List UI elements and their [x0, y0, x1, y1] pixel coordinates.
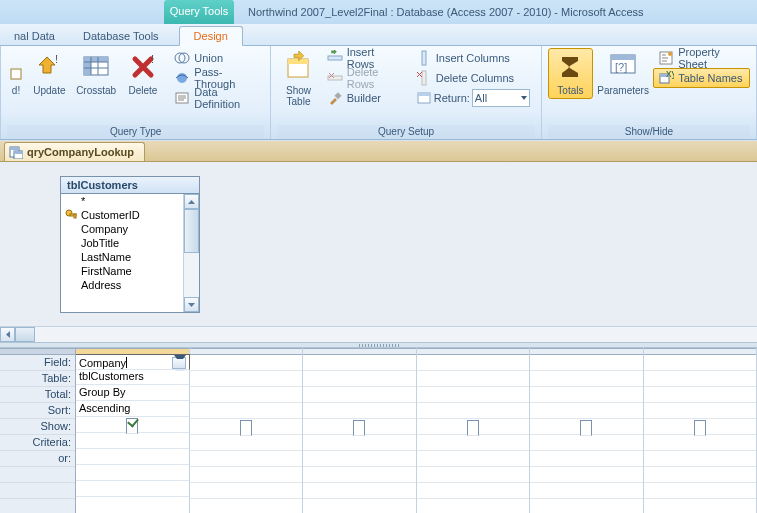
show-cell[interactable] [530, 419, 643, 435]
scroll-thumb[interactable] [184, 209, 199, 253]
property-sheet-button[interactable]: Property Sheet [653, 48, 750, 68]
crosstab-icon [80, 51, 112, 83]
design-h-scroll[interactable] [0, 326, 757, 342]
datadef-button[interactable]: Data Definition [169, 88, 264, 108]
grid-column[interactable] [303, 348, 417, 513]
delete-rows-button: Delete Rows [322, 68, 403, 88]
sigma-icon [554, 51, 586, 83]
grid-column[interactable] [417, 348, 531, 513]
svg-rect-29 [418, 93, 430, 96]
doctab-qrycompanylookup[interactable]: qryCompanyLookup [4, 142, 145, 161]
query-design-pane[interactable]: tblCustomers * CustomerID Company JobTit… [0, 162, 757, 342]
insert-rows-button[interactable]: Insert Rows [322, 48, 403, 68]
delete-cols-button[interactable]: Delete Columns [411, 68, 535, 88]
chevron-down-icon [521, 96, 527, 100]
contextual-tab-header: Query Tools [164, 0, 234, 24]
svg-rect-31 [611, 55, 635, 60]
group-query-type: d! ! Update Crosstab ! Delete Union Pass… [1, 46, 271, 139]
show-cell[interactable] [644, 419, 757, 435]
field-list-scrollbar[interactable] [183, 194, 199, 312]
grid-column[interactable] [644, 348, 758, 513]
show-checkbox[interactable] [126, 418, 138, 434]
grid-column[interactable] [530, 348, 644, 513]
label-criteria: Criteria: [0, 435, 75, 451]
tab-external-data[interactable]: nal Data [0, 27, 69, 45]
label-show: Show: [0, 419, 75, 435]
show-cell[interactable] [417, 419, 530, 435]
show-cell[interactable] [76, 417, 189, 433]
show-cell[interactable] [303, 419, 416, 435]
parameters-button[interactable]: [?] Parameters [595, 48, 651, 99]
show-table-button[interactable]: Show Table [277, 48, 319, 110]
parameters-icon: [?] [607, 51, 639, 83]
label-field: Field: [0, 355, 75, 371]
show-checkbox[interactable] [353, 420, 365, 436]
group-show-hide: Totals [?] Parameters Property Sheet xyz… [542, 46, 757, 139]
show-checkbox[interactable] [240, 420, 252, 436]
delete-button[interactable]: ! Delete [121, 48, 166, 99]
column-selector[interactable] [190, 348, 303, 355]
field-row[interactable]: * [61, 194, 199, 208]
show-checkbox[interactable] [467, 420, 479, 436]
title-bar: Query Tools Northwind 2007_Level2Final :… [0, 0, 757, 24]
grid-column-1[interactable]: Company tblCustomers Group By Ascending [76, 348, 190, 513]
grid-column[interactable] [190, 348, 304, 513]
passthrough-icon [174, 70, 190, 86]
field-list[interactable]: * CustomerID Company JobTitle LastName F… [61, 194, 199, 312]
tab-database-tools[interactable]: Database Tools [69, 27, 173, 45]
table-cell[interactable]: tblCustomers [76, 369, 189, 385]
or-cell[interactable] [76, 449, 189, 465]
field-row[interactable]: LastName [61, 250, 199, 264]
total-cell[interactable]: Group By [76, 385, 189, 401]
table-names-button[interactable]: xyzTable Names [653, 68, 750, 88]
table-title[interactable]: tblCustomers [61, 177, 199, 194]
union-icon [174, 50, 190, 66]
column-selector[interactable] [303, 348, 416, 355]
field-row[interactable]: Company [61, 222, 199, 236]
ribbon: d! ! Update Crosstab ! Delete Union Pass… [0, 46, 757, 140]
field-dropdown-button[interactable] [172, 357, 186, 369]
svg-rect-41 [14, 151, 23, 154]
delete-rows-icon [327, 70, 343, 86]
scroll-h-thumb[interactable] [15, 327, 35, 342]
delete-cols-icon [416, 70, 432, 86]
partial-button[interactable]: d! [7, 48, 25, 99]
show-cell[interactable] [190, 419, 303, 435]
scroll-down-button[interactable] [184, 297, 199, 312]
totals-button[interactable]: Totals [548, 48, 593, 99]
show-table-icon [282, 51, 314, 83]
table-window-tblcustomers[interactable]: tblCustomers * CustomerID Company JobTit… [60, 176, 200, 313]
union-button[interactable]: Union [169, 48, 264, 68]
label-table: Table: [0, 371, 75, 387]
show-checkbox[interactable] [694, 420, 706, 436]
window-title: Northwind 2007_Level2Final : Database (A… [248, 6, 644, 18]
return-control[interactable]: Return: All [411, 88, 535, 108]
svg-point-34 [668, 52, 672, 56]
criteria-cell[interactable] [76, 433, 189, 449]
field-cell[interactable]: Company [76, 354, 190, 370]
column-selector[interactable] [530, 348, 643, 355]
column-selector[interactable] [417, 348, 530, 355]
builder-icon [327, 90, 343, 106]
column-selector[interactable] [644, 348, 757, 355]
crosstab-button[interactable]: Crosstab [74, 48, 119, 99]
document-tabs: qryCompanyLookup [0, 140, 757, 162]
scroll-up-button[interactable] [184, 194, 199, 209]
passthrough-button[interactable]: Pass-Through [169, 68, 264, 88]
update-button[interactable]: ! Update [27, 48, 72, 99]
sort-cell[interactable]: Ascending [76, 401, 189, 417]
return-combo[interactable]: All [472, 89, 530, 107]
builder-button[interactable]: Builder [322, 88, 403, 108]
svg-text:[?]: [?] [615, 61, 627, 73]
field-row[interactable]: CustomerID [61, 208, 199, 222]
field-row[interactable]: Address [61, 278, 199, 292]
show-checkbox[interactable] [580, 420, 592, 436]
tab-design[interactable]: Design [179, 26, 243, 46]
field-row[interactable]: JobTitle [61, 236, 199, 250]
insert-cols-button[interactable]: Insert Columns [411, 48, 535, 68]
delete-icon: ! [127, 51, 159, 83]
svg-rect-4 [84, 57, 91, 75]
scroll-left-button[interactable] [0, 327, 15, 342]
field-row[interactable]: FirstName [61, 264, 199, 278]
label-sort: Sort: [0, 403, 75, 419]
